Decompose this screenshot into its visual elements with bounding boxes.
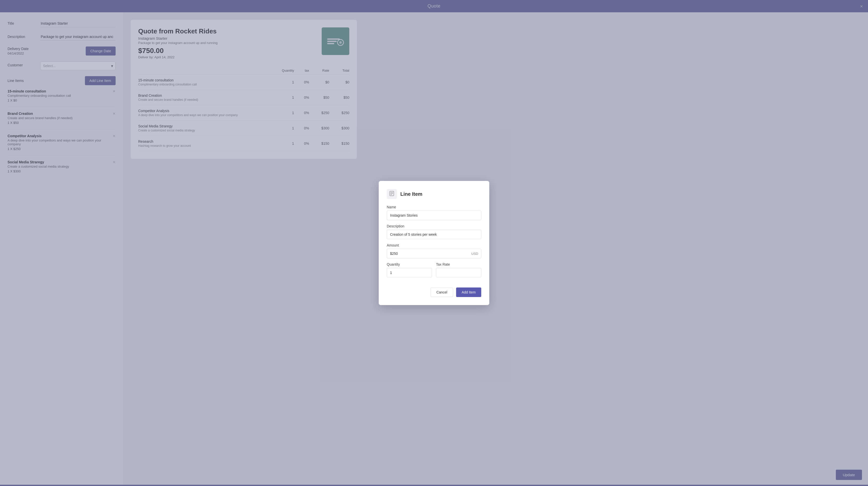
modal-overlay: Line Item Name Description Amount USD Qu… [0, 0, 868, 486]
modal-quantity-field: Quantity [387, 262, 432, 277]
modal-tax-rate-field: Tax Rate [436, 262, 481, 277]
modal-actions: Cancel Add Item [387, 287, 481, 297]
modal-description-input[interactable] [387, 230, 481, 239]
modal-quantity-label: Quantity [387, 262, 432, 266]
modal-icon-wrapper [387, 189, 397, 199]
modal-tax-rate-input[interactable] [436, 268, 481, 277]
modal-amount-label: Amount [387, 243, 481, 247]
modal-amount-field: Amount USD [387, 243, 481, 258]
modal-quantity-input[interactable] [387, 268, 432, 277]
add-item-button[interactable]: Add Item [456, 287, 481, 297]
modal-description-label: Description [387, 224, 481, 228]
modal-quantity-tax-row: Quantity Tax Rate [387, 262, 481, 281]
modal-header: Line Item [387, 189, 481, 199]
modal-amount-input[interactable] [387, 249, 481, 258]
currency-label: USD [471, 252, 478, 255]
cancel-button[interactable]: Cancel [431, 287, 453, 297]
modal-name-input[interactable] [387, 211, 481, 220]
modal-description-field: Description [387, 224, 481, 239]
modal-name-label: Name [387, 205, 481, 209]
modal-name-field: Name [387, 205, 481, 220]
amount-input-wrapper: USD [387, 249, 481, 258]
receipt-icon [389, 191, 395, 197]
modal-title: Line Item [400, 191, 423, 197]
modal-tax-rate-label: Tax Rate [436, 262, 481, 266]
line-item-modal: Line Item Name Description Amount USD Qu… [379, 181, 489, 305]
